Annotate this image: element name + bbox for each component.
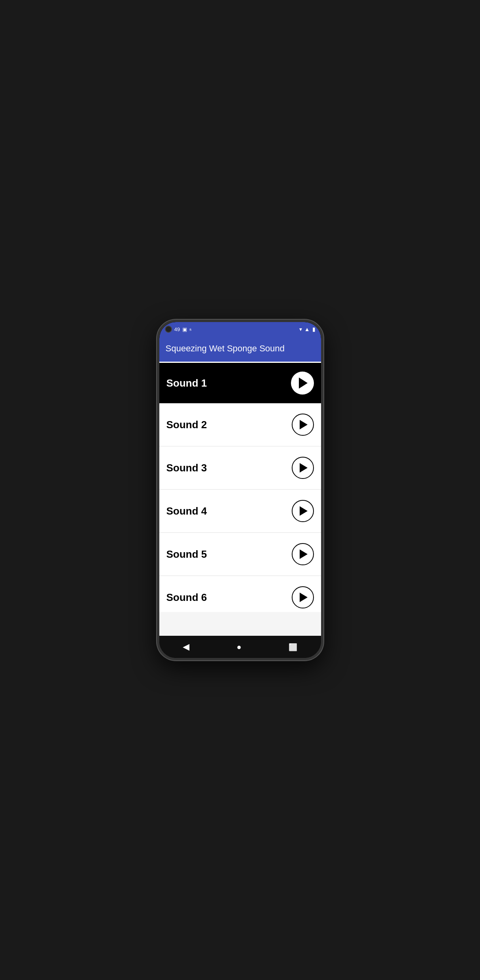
sim-icon: ▣ [182,326,187,332]
sound-3-label: Sound 3 [166,462,207,474]
nav-back-button[interactable] [175,639,197,655]
play-button-sound-2[interactable] [292,414,314,436]
signal-icon: ▲ [304,326,310,332]
play-button-sound-5[interactable] [292,543,314,565]
play-icon-sound-1 [299,378,308,389]
phone-shell: 49 ▣ ᵴ ▾ ▲ ▮ Squeezing Wet Sponge Sound … [157,320,323,660]
nav-home-button[interactable] [229,639,249,655]
sound-item-2: Sound 2 [159,403,321,446]
sound-1-label: Sound 1 [166,377,207,389]
sound-5-label: Sound 5 [166,548,207,561]
status-right: ▾ ▲ ▮ [299,326,316,332]
app-title: Squeezing Wet Sponge Sound [166,343,285,353]
camera-dot [165,326,172,333]
phone-screen: 49 ▣ ᵴ ▾ ▲ ▮ Squeezing Wet Sponge Sound … [159,322,321,658]
battery-icon: ▮ [312,326,316,332]
bottom-spacer [159,612,321,636]
status-time: 49 [174,326,180,332]
play-button-sound-1[interactable] [291,372,314,395]
wifi-icon: ▾ [299,326,302,332]
play-icon-sound-5 [300,549,308,559]
status-left: 49 ▣ ᵴ [165,326,299,333]
play-icon-sound-4 [300,506,308,516]
sound-item-5: Sound 5 [159,533,321,576]
sound-item-4: Sound 4 [159,490,321,533]
app-bar: Squeezing Wet Sponge Sound [159,336,321,362]
sound-6-label: Sound 6 [166,591,207,604]
sound-4-label: Sound 4 [166,505,207,517]
sound-item-3: Sound 3 [159,446,321,490]
bottom-nav [159,636,321,658]
sound-header-row: Sound 1 [159,363,321,403]
status-bar: 49 ▣ ᵴ ▾ ▲ ▮ [159,322,321,336]
play-button-sound-3[interactable] [292,457,314,479]
nfc-icon: ᵴ [189,326,191,332]
sound-list: Sound 2 Sound 3 Sound 4 So [159,403,321,612]
sound-item-6: Sound 6 [159,576,321,612]
play-button-sound-6[interactable] [292,586,314,608]
play-icon-sound-3 [300,463,308,473]
play-icon-sound-2 [300,420,308,429]
play-button-sound-4[interactable] [292,500,314,522]
nav-recent-button[interactable] [281,639,305,655]
sound-2-label: Sound 2 [166,419,207,431]
play-icon-sound-6 [300,593,308,602]
